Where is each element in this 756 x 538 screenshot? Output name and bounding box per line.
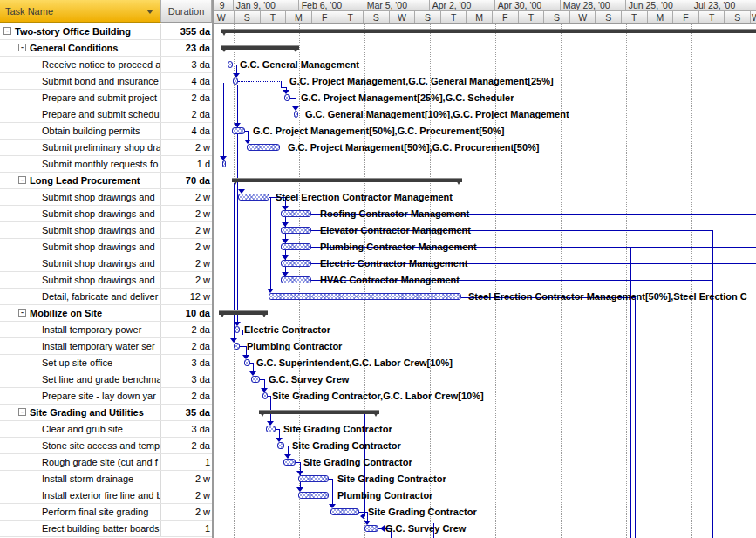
task-name-cell[interactable]: Submit shop drawings and	[0, 255, 161, 271]
table-row[interactable]: Prepare and submit schedu2 da	[0, 106, 212, 123]
summary-bar[interactable]	[221, 29, 756, 33]
task-name-cell[interactable]: Stone site access and temp	[0, 438, 161, 453]
task-name-cell[interactable]: Erect building batter boards	[0, 521, 161, 536]
table-row[interactable]: -Mobilize on Site10 da	[0, 305, 212, 322]
table-row[interactable]: Obtain building permits4 da	[0, 123, 212, 140]
table-row[interactable]: Detail, fabricate and deliver12 w	[0, 289, 212, 305]
task-bar[interactable]	[222, 160, 227, 167]
duration-cell[interactable]: 2 w	[161, 471, 211, 487]
duration-cell[interactable]: 2 w	[161, 487, 211, 503]
task-bar[interactable]	[232, 127, 245, 134]
table-row[interactable]: Install exterior fire line and b2 w	[0, 487, 212, 504]
duration-cell[interactable]: 2 w	[161, 206, 211, 221]
table-row[interactable]: Submit preliminary shop dra2 w	[0, 140, 212, 156]
task-bar[interactable]	[283, 459, 296, 466]
table-row[interactable]: Perform final site grading2 w	[0, 504, 212, 521]
task-bar[interactable]	[244, 359, 250, 366]
task-bar[interactable]	[233, 78, 238, 85]
task-name-cell[interactable]: Submit shop drawings and	[0, 206, 161, 221]
duration-cell[interactable]: 1 d	[161, 156, 211, 172]
summary-bar[interactable]	[259, 410, 380, 414]
table-row[interactable]: Submit bond and insurance4 da	[0, 73, 212, 90]
task-name-cell[interactable]: Submit shop drawings and	[0, 272, 161, 288]
filter-dropdown-icon[interactable]	[146, 10, 153, 14]
task-name-cell[interactable]: -Mobilize on Site	[0, 305, 161, 321]
duration-cell[interactable]: 2 w	[161, 239, 211, 255]
table-row[interactable]: Install temporary power2 da	[0, 322, 212, 338]
task-bar[interactable]	[281, 276, 312, 283]
task-name-cell[interactable]: Receive notice to proceed a	[0, 57, 161, 72]
task-bar[interactable]	[294, 111, 298, 118]
task-bar[interactable]	[235, 326, 240, 333]
task-bar[interactable]	[247, 144, 280, 151]
table-row[interactable]: -Long Lead Procurement70 da	[0, 173, 212, 189]
table-row[interactable]: -Site Grading and Utilities35 da	[0, 405, 212, 421]
task-bar[interactable]	[262, 392, 268, 399]
task-name-cell[interactable]: Submit shop drawings and	[0, 222, 161, 238]
task-name-cell[interactable]: Rough grade site (cut and f	[0, 454, 161, 470]
table-row[interactable]: Stone site access and temp2 da	[0, 438, 212, 454]
table-row[interactable]: Submit shop drawings and2 w	[0, 222, 212, 239]
duration-cell[interactable]: 2 w	[161, 189, 211, 205]
table-row[interactable]: Install storm drainage2 w	[0, 471, 212, 487]
task-name-cell[interactable]: Submit monthly requests fo	[0, 156, 161, 172]
collapse-toggle[interactable]: -	[3, 27, 11, 35]
task-name-cell[interactable]: Prepare and submit schedu	[0, 106, 161, 122]
collapse-toggle[interactable]: -	[18, 309, 26, 317]
table-row[interactable]: Set up site office3 da	[0, 355, 212, 371]
task-name-cell[interactable]: Submit shop drawings and	[0, 189, 161, 205]
duration-cell[interactable]: 1	[161, 454, 211, 470]
task-name-cell[interactable]: Install temporary water ser	[0, 338, 161, 354]
task-name-cell[interactable]: -Site Grading and Utilities	[0, 405, 161, 420]
table-row[interactable]: -Two-story Office Building355 da	[0, 24, 212, 40]
table-row[interactable]: Rough grade site (cut and f1	[0, 454, 212, 471]
duration-cell[interactable]: 4 da	[161, 73, 211, 89]
duration-cell[interactable]: 3 da	[161, 371, 211, 387]
duration-cell[interactable]: 2 w	[161, 140, 211, 155]
task-bar[interactable]	[298, 492, 330, 499]
duration-cell[interactable]: 2 da	[161, 106, 211, 122]
task-bar[interactable]	[364, 525, 378, 532]
task-name-cell[interactable]: Submit shop drawings and	[0, 239, 161, 255]
table-row[interactable]: Submit monthly requests fo1 d	[0, 156, 212, 173]
table-row[interactable]: Submit shop drawings and2 w	[0, 272, 212, 289]
collapse-toggle[interactable]: -	[18, 44, 26, 51]
task-name-cell[interactable]: -Long Lead Procurement	[0, 173, 161, 188]
duration-cell[interactable]: 2 da	[161, 338, 211, 354]
duration-cell[interactable]: 2 da	[161, 322, 211, 337]
task-name-cell[interactable]: Perform final site grading	[0, 504, 161, 520]
duration-cell[interactable]: 10 da	[161, 305, 211, 321]
task-name-cell[interactable]: Clear and grub site	[0, 421, 161, 437]
table-row[interactable]: Prepare and submit project2 da	[0, 90, 212, 106]
duration-cell[interactable]: 23 da	[161, 40, 211, 56]
table-row[interactable]: Submit shop drawings and2 w	[0, 206, 212, 222]
task-name-cell[interactable]: Install storm drainage	[0, 471, 161, 487]
task-name-cell[interactable]: -Two-story Office Building	[0, 24, 161, 39]
table-row[interactable]: Clear and grub site3 da	[0, 421, 212, 438]
task-name-cell[interactable]: Detail, fabricate and deliver	[0, 289, 161, 304]
duration-cell[interactable]: 2 da	[161, 438, 211, 453]
duration-cell[interactable]: 2 da	[161, 90, 211, 106]
task-bar[interactable]	[266, 426, 276, 432]
task-name-cell[interactable]: Obtain building permits	[0, 123, 161, 139]
task-name-cell[interactable]: Install temporary power	[0, 322, 161, 337]
duration-cell[interactable]: 355 da	[161, 24, 211, 39]
task-bar[interactable]	[251, 376, 261, 383]
table-row[interactable]: Submit shop drawings and2 w	[0, 189, 212, 206]
task-bar[interactable]	[234, 343, 240, 350]
task-name-cell[interactable]: -General Conditions	[0, 40, 161, 56]
task-bar[interactable]	[238, 194, 269, 201]
column-header-duration[interactable]: Duration	[161, 0, 212, 23]
duration-cell[interactable]: 2 w	[161, 504, 211, 520]
summary-bar[interactable]	[221, 45, 299, 50]
duration-cell[interactable]: 2 da	[161, 388, 211, 404]
duration-cell[interactable]: 70 da	[161, 173, 211, 188]
duration-cell[interactable]: 2 w	[161, 222, 211, 238]
duration-cell[interactable]: 35 da	[161, 405, 211, 420]
duration-cell[interactable]: 3 da	[161, 57, 211, 72]
table-row[interactable]: Submit shop drawings and2 w	[0, 255, 212, 272]
duration-cell[interactable]: 3 da	[161, 421, 211, 437]
table-row[interactable]: -General Conditions23 da	[0, 40, 212, 57]
task-name-cell[interactable]: Set line and grade benchma	[0, 371, 161, 387]
task-name-cell[interactable]: Submit bond and insurance	[0, 73, 161, 89]
